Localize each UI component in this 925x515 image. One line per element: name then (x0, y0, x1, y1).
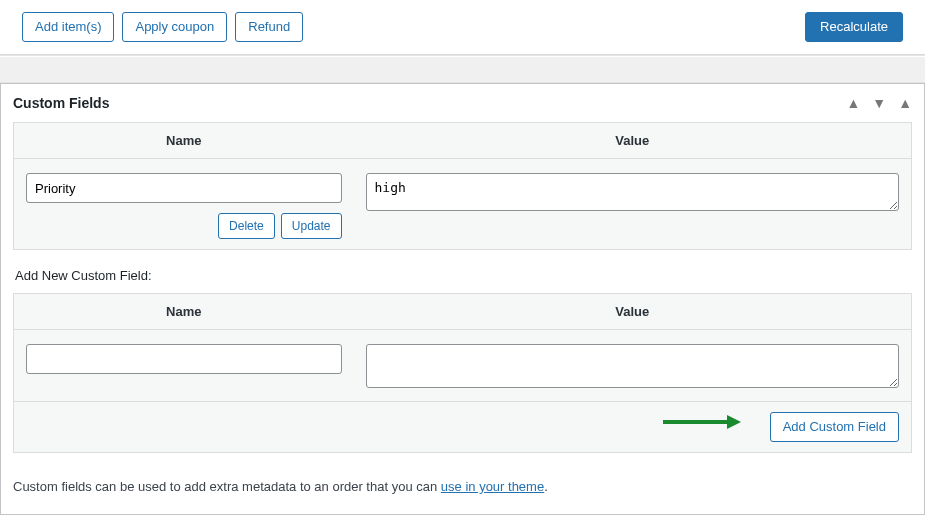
add-new-field-heading: Add New Custom Field: (15, 268, 912, 283)
custom-fields-title: Custom Fields (13, 95, 109, 111)
help-text-prefix: Custom fields can be used to add extra m… (13, 479, 441, 494)
delete-field-button[interactable]: Delete (218, 213, 275, 239)
add-custom-field-button[interactable]: Add Custom Field (770, 412, 899, 442)
handle-actions: ▲ ▼ ▲ (846, 96, 912, 110)
add-custom-field-table: Name Value (13, 293, 912, 453)
new-custom-field-row (14, 330, 912, 402)
add-row-footer: Add Custom Field (14, 401, 911, 452)
apply-coupon-button[interactable]: Apply coupon (122, 12, 227, 42)
refund-button[interactable]: Refund (235, 12, 303, 42)
custom-fields-metabox: Custom Fields ▲ ▼ ▲ Name Value Dele (0, 83, 925, 515)
custom-field-name-input[interactable] (26, 173, 342, 203)
custom-field-row: Delete Update high (14, 159, 912, 250)
custom-fields-header: Custom Fields ▲ ▼ ▲ (1, 84, 924, 122)
toggle-panel-icon[interactable]: ▲ (898, 96, 912, 110)
help-link[interactable]: use in your theme (441, 479, 544, 494)
new-field-value-input[interactable] (366, 344, 900, 388)
column-header-name: Name (14, 123, 354, 159)
column-header-value: Value (354, 294, 912, 330)
custom-fields-body: Name Value Delete Update high (1, 122, 924, 465)
add-items-button[interactable]: Add item(s) (22, 12, 114, 42)
help-text-suffix: . (544, 479, 548, 494)
custom-fields-help: Custom fields can be used to add extra m… (1, 465, 924, 514)
move-up-icon[interactable]: ▲ (846, 96, 860, 110)
move-down-icon[interactable]: ▼ (872, 96, 886, 110)
column-header-name: Name (14, 294, 354, 330)
svg-marker-1 (727, 415, 741, 429)
update-field-button[interactable]: Update (281, 213, 342, 239)
arrow-annotation-icon (661, 412, 741, 432)
recalculate-button[interactable]: Recalculate (805, 12, 903, 42)
order-actions-right: Recalculate (805, 12, 903, 42)
panel-gap (0, 55, 925, 83)
order-actions-left: Add item(s) Apply coupon Refund (22, 12, 303, 42)
column-header-value: Value (354, 123, 912, 159)
order-actions-bar: Add item(s) Apply coupon Refund Recalcul… (0, 0, 925, 55)
new-field-name-input[interactable] (26, 344, 342, 374)
custom-field-value-input[interactable]: high (366, 173, 900, 211)
row-actions: Delete Update (26, 213, 342, 239)
custom-fields-table: Name Value Delete Update high (13, 122, 912, 250)
